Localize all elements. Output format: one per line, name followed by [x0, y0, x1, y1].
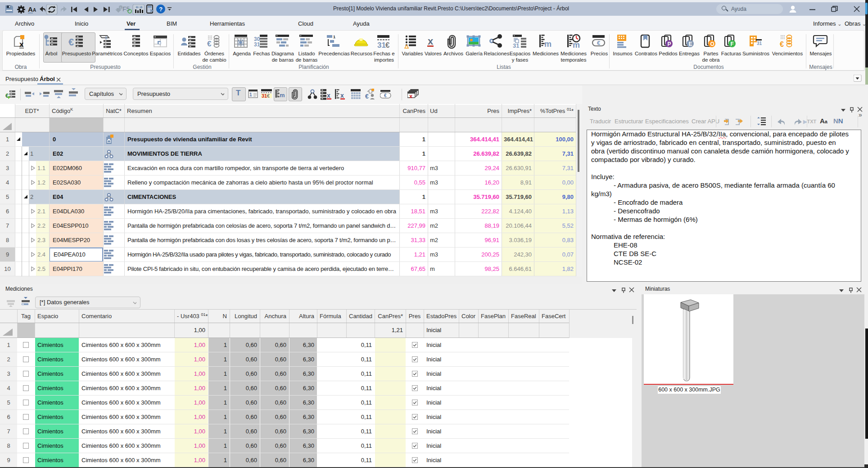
svg-text:1: 1: [333, 35, 335, 39]
svg-text:31: 31: [262, 93, 267, 99]
svg-text:m: m: [573, 40, 580, 49]
svg-text:€: €: [267, 93, 270, 99]
svg-text:x: x: [409, 93, 413, 99]
svg-text:$: $: [105, 36, 107, 40]
svg-text:€: €: [780, 40, 784, 48]
svg-text:m: m: [544, 40, 552, 49]
svg-text:€: €: [384, 93, 387, 98]
svg-text:F: F: [731, 41, 734, 47]
svg-text:E: E: [689, 41, 692, 47]
svg-text:€: €: [365, 93, 369, 100]
svg-text:x: x: [119, 5, 121, 9]
svg-text:31: 31: [377, 41, 386, 49]
svg-text:?: ?: [159, 6, 163, 13]
svg-text:P: P: [668, 41, 671, 47]
svg-text:A: A: [33, 8, 36, 13]
svg-text:F5: F5: [122, 5, 130, 13]
svg-text:A: A: [28, 5, 33, 13]
svg-text:1: 1: [249, 92, 252, 97]
svg-text:O: O: [710, 41, 714, 47]
svg-text:m: m: [280, 92, 285, 99]
svg-text:x: x: [340, 92, 344, 99]
svg-text:31: 31: [513, 42, 519, 49]
svg-text:€: €: [597, 40, 600, 46]
svg-text:x: x: [19, 40, 24, 49]
svg-text:31: 31: [757, 41, 762, 46]
svg-text:€: €: [385, 41, 390, 49]
svg-text:x: x: [327, 92, 330, 99]
svg-text:31: 31: [254, 41, 260, 48]
svg-text:€: €: [68, 36, 74, 48]
svg-text:x: x: [428, 36, 434, 47]
svg-text:€: €: [207, 40, 212, 48]
